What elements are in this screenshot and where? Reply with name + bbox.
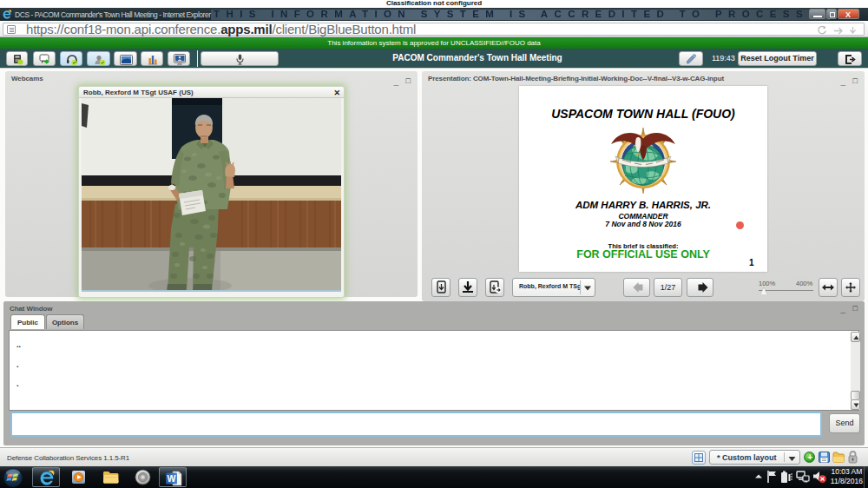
svg-text:W: W [168,473,176,484]
